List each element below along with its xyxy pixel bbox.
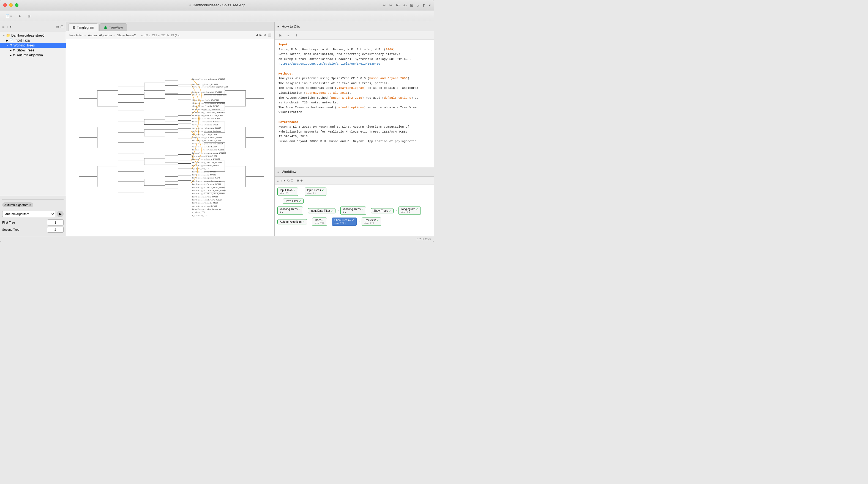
svg-text:Merxmuellera_sericanitha_ML112: Merxmuellera_sericanitha_ML1128: [192, 149, 224, 151]
sidebar-item-show-trees[interactable]: ▶ ⚙ Show Trees: [0, 48, 66, 53]
breadcrumb-bar: Taxa Filter → Autumn Algorithm → Show Tr…: [66, 31, 274, 39]
wf-node-autumn-algorithm[interactable]: Autumn Algorithm ✓: [277, 219, 307, 224]
wf-node-tanglegram[interactable]: Tanglegram ✓ size: 2 +: [399, 206, 421, 215]
layout-button[interactable]: ⊟: [26, 13, 33, 19]
cite-bullets-button[interactable]: ⋮: [293, 32, 300, 38]
window-title: ✦ Danthonioideae* - SplitsTree App: [188, 3, 245, 7]
wf-wt2-controls: + -: [343, 211, 346, 214]
wf-tanglegram-size: size: 2: [401, 211, 408, 214]
sidebar-dropdown-icon[interactable]: ▾: [10, 25, 11, 28]
sidebar-item-autumn-algorithm[interactable]: ▶ ⚙ Autumn Algorithm: [0, 53, 66, 58]
sidebar-item-working-trees[interactable]: ▾ ⚙ Working Trees: [0, 43, 66, 48]
collapse-arrow-root: ▾: [2, 34, 5, 37]
wf-node-working-trees-1[interactable]: Working Trees ✓ + -: [277, 206, 303, 215]
wf-arrow-5: →: [394, 209, 398, 213]
wf-node-input-data-filter[interactable]: Input Data Filter ✓: [308, 208, 336, 214]
svg-text:Danthonia_secundiflora_ML1617: Danthonia_secundiflora_ML1617: [192, 199, 222, 201]
export-icon[interactable]: ⬆: [422, 3, 426, 7]
tab-tanglegram[interactable]: ⊞ Tanglegram: [68, 23, 98, 31]
algo-tag[interactable]: Autumn Algorithm ×: [2, 202, 33, 207]
workflow-zoom-out-icon[interactable]: ⊖: [300, 179, 303, 182]
wf-node-trees[interactable]: Trees ✓ size: 729: [312, 218, 327, 226]
wf-arrow-2: →: [304, 209, 307, 213]
workflow-copy-icon[interactable]: ⧉: [287, 179, 289, 182]
svg-text:Danthonia_spicata_Kellogg_sn: Danthonia_spicata_Kellogg_sn: [192, 180, 221, 182]
sidebar-add-icon[interactable]: +: [6, 25, 8, 29]
nav-prev-button[interactable]: ◀: [256, 33, 258, 37]
run-button[interactable]: ▶: [57, 211, 64, 217]
left-tree: [79, 79, 191, 192]
workflow-row-2: Taxa Filter ✓: [277, 198, 431, 204]
wf-node-show-trees-1[interactable]: Show Trees ✓: [371, 208, 394, 214]
sidebar-copy-icon[interactable]: ⧉: [56, 25, 59, 29]
minimize-button[interactable]: [9, 3, 13, 7]
algo-select[interactable]: Autumn Algorithm: [2, 211, 55, 217]
cite-list-button[interactable]: ≡: [285, 32, 292, 38]
wf-node-taxa-filter[interactable]: Taxa Filter ✓: [283, 198, 304, 204]
second-tree-input[interactable]: [47, 227, 64, 233]
methods-label: Methods:: [279, 72, 293, 75]
tab-treeview[interactable]: 🌲 TreeView: [99, 23, 127, 31]
close-button[interactable]: [3, 3, 7, 7]
cite-link-1[interactable]: https://academic.oup.com/sysbio/article/…: [279, 62, 380, 65]
status-bar: 0.7 of 20G: [0, 236, 434, 242]
font-up-button[interactable]: A+: [396, 3, 400, 7]
wf-node-input-trees[interactable]: Input Trees ✓ size: 2 +: [305, 188, 327, 196]
svg-text:Cortaderia_columbiana_ML920: Cortaderia_columbiana_ML920: [192, 118, 220, 120]
wf-input-trees-plus[interactable]: +: [315, 192, 316, 195]
file-icon: 📄: [5, 14, 10, 18]
content-area: ⊞ Tanglegram 🌲 TreeView Taxa Filter → Au…: [66, 22, 274, 236]
wf-tanglegram-label: Tanglegram: [401, 207, 415, 211]
font-down-button[interactable]: A-: [403, 3, 407, 7]
collapse-arrow-autumn: ▶: [9, 54, 12, 57]
svg-text:Chionochloa_flavescens_CHR4794: Chionochloa_flavescens_CHR479418: [192, 111, 225, 114]
svg-text:Danthonia_decumbens_MDP312: Danthonia_decumbens_MDP312: [192, 164, 219, 167]
search-icon[interactable]: ⌕: [417, 3, 419, 7]
workflow-duplicate-icon[interactable]: ❐: [290, 179, 293, 182]
grid-icon[interactable]: ⊞: [410, 3, 413, 7]
wf-wt1-controls: + -: [280, 211, 283, 214]
svg-text:Chionochloa_pallens_ssp_cadet_: Chionochloa_pallens_ssp_cadet_GG47: [192, 94, 227, 96]
frame-icon[interactable]: ⬜: [268, 33, 272, 37]
sidebar-duplicate-icon[interactable]: ❐: [61, 25, 64, 29]
download-button[interactable]: ⬇: [16, 13, 23, 19]
new-file-button[interactable]: 📄 ▾: [3, 13, 14, 19]
wf-taxa-filter-check: ✓: [299, 200, 301, 203]
nav-next-button[interactable]: ▶: [259, 33, 262, 37]
wf-input-data-filter-label: Input Data Filter: [310, 209, 330, 212]
undo-icon[interactable]: ↩: [382, 3, 386, 7]
svg-text:C_jubata_ITS: C_jubata_ITS: [192, 211, 205, 214]
right-panel-container: ≡ How to Cite ⎘ ≡ ⋮ Input: Pirie, M.D., …: [274, 22, 434, 236]
workflow-dropdown-icon[interactable]: ▾: [284, 179, 285, 182]
cite-panel-toolbar: ⎘ ≡ ⋮: [275, 31, 434, 40]
workflow-zoom-in-icon[interactable]: ⊕: [297, 179, 299, 182]
workflow-list-icon[interactable]: ≡: [277, 179, 279, 182]
algo-tag-close[interactable]: ×: [29, 203, 31, 206]
wf-node-show-trees-2[interactable]: Show Trees-2 ✓ size: 729 +: [332, 218, 356, 226]
settings-view-icon[interactable]: ⚙: [264, 33, 266, 37]
wf-input-taxa-plus[interactable]: +: [289, 192, 290, 195]
wf-arrow-3: →: [336, 209, 340, 213]
maximize-button[interactable]: [15, 3, 19, 7]
sidebar-list-icon[interactable]: ≡: [2, 25, 4, 29]
wf-node-treeview[interactable]: TreeView ✓ size: 729: [362, 218, 381, 226]
sidebar-item-root-file[interactable]: ▾ 📁 Danthonioideae.stree6: [0, 33, 66, 38]
wf-arrow-1: →: [300, 190, 303, 194]
workflow-row-3: Working Trees ✓ + - → Input Data Filter …: [277, 206, 431, 215]
wf-treeview-label: TreeView: [364, 219, 376, 222]
status-text: 0.7 of 20G: [417, 237, 431, 241]
cite-inline-5: default options: [384, 96, 411, 100]
svg-text:Danthonia_alpina_MDP480: Danthonia_alpina_MDP480: [192, 171, 216, 173]
tab-bar: ⊞ Tanglegram 🌲 TreeView: [66, 22, 274, 31]
wf-node-working-trees-2[interactable]: Working Trees ✓ + -: [340, 206, 366, 215]
wf-trees-size: size: 729: [315, 222, 324, 225]
workflow-add-icon[interactable]: +: [281, 179, 282, 182]
sidebar-item-input-taxa[interactable]: ▶ 📄 Input Taxa: [0, 38, 66, 43]
cite-copy-button[interactable]: ⎘: [277, 32, 283, 38]
chevron-down-icon[interactable]: ▾: [429, 3, 431, 7]
wf-node-input-taxa[interactable]: Input Taxa ✓ size: 83 +: [277, 188, 298, 196]
first-tree-row: First Tree: [2, 220, 64, 226]
redo-icon[interactable]: ↪: [389, 3, 393, 7]
first-tree-input[interactable]: [47, 220, 64, 226]
svg-text:Merxmuellera_decora_NPB1168: Merxmuellera_decora_NPB1168: [192, 158, 220, 160]
